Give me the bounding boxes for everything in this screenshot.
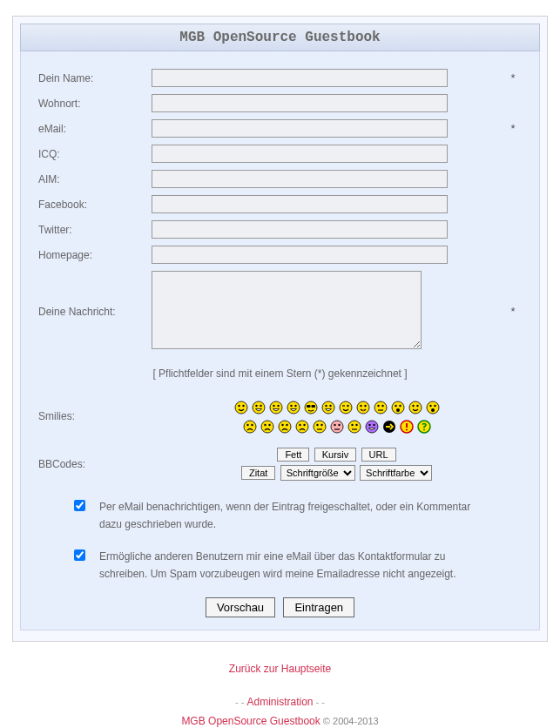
svg-point-63 xyxy=(366,421,378,433)
wohnort-input[interactable] xyxy=(152,94,448,112)
bbcode-zitat-button[interactable]: Zitat xyxy=(241,466,275,480)
message-textarea[interactable] xyxy=(152,271,422,349)
smiley-frown-icon[interactable] xyxy=(260,420,274,434)
svg-point-42 xyxy=(261,421,273,433)
svg-point-53 xyxy=(320,424,322,426)
label-icq: ICQ: xyxy=(38,148,152,160)
smiley-evil-icon[interactable] xyxy=(365,420,379,434)
svg-point-65 xyxy=(373,424,374,426)
notify-checkbox[interactable] xyxy=(74,500,85,511)
svg-point-46 xyxy=(281,424,283,426)
required-name: * xyxy=(504,71,522,84)
twitter-input[interactable] xyxy=(152,220,448,239)
bbcode-schriftgroesse-select[interactable]: Schriftgröße xyxy=(280,465,355,481)
svg-point-69 xyxy=(405,428,407,430)
svg-point-47 xyxy=(286,424,287,426)
svg-point-41 xyxy=(251,424,253,426)
smilies-row: Smilies: xyxy=(38,397,522,435)
svg-point-49 xyxy=(299,424,300,426)
smiley-arrow-icon[interactable] xyxy=(382,420,396,434)
smiley-question-icon[interactable] xyxy=(417,420,431,434)
svg-point-45 xyxy=(279,421,291,433)
smiley-cry-icon[interactable] xyxy=(278,420,292,434)
row-homepage: Homepage: xyxy=(38,246,522,264)
svg-point-6 xyxy=(270,401,282,414)
svg-point-3 xyxy=(253,401,265,414)
contact-row: Ermögliche anderen Benutzern mir eine eM… xyxy=(38,548,522,583)
svg-point-64 xyxy=(368,424,370,426)
smiley-embarrassed-icon[interactable] xyxy=(313,420,327,434)
svg-point-37 xyxy=(434,405,435,407)
smiley-sleep-icon[interactable] xyxy=(347,420,361,434)
bbcode-schriftfarbe-select[interactable]: Schriftfarbe xyxy=(360,465,432,481)
svg-point-2 xyxy=(242,405,244,407)
smilies-label: Smilies: xyxy=(38,410,152,422)
svg-point-33 xyxy=(412,405,414,407)
vorschau-button[interactable]: Vorschau xyxy=(206,597,275,617)
smiley-laugh-icon[interactable] xyxy=(287,401,300,415)
svg-point-34 xyxy=(416,405,418,407)
form: Dein Name: * Wohnort: eMail: * ICQ: AIM:… xyxy=(20,51,540,630)
back-link[interactable]: Zurück zur Hauptseite xyxy=(229,663,331,675)
row-facebook: Facebook: xyxy=(38,195,522,213)
svg-point-31 xyxy=(396,408,400,412)
bbcodes-row: BBCodes: Fett Kursiv URL Zitat Schriftgr… xyxy=(38,446,522,482)
smiley-biggrin-icon[interactable] xyxy=(269,401,283,415)
aim-input[interactable] xyxy=(152,170,448,188)
icq-input[interactable] xyxy=(152,145,448,163)
svg-point-50 xyxy=(303,424,305,426)
svg-point-44 xyxy=(268,424,270,426)
smiley-confused-icon[interactable] xyxy=(391,401,405,415)
svg-point-38 xyxy=(431,408,435,412)
svg-point-24 xyxy=(374,401,387,414)
label-name: Dein Name: xyxy=(38,72,152,84)
smiley-neutral-icon[interactable] xyxy=(374,401,388,415)
smiley-tongue-icon[interactable] xyxy=(356,401,370,415)
svg-point-51 xyxy=(314,421,326,433)
label-wohnort: Wohnort: xyxy=(38,98,152,110)
svg-point-0 xyxy=(235,401,247,414)
label-homepage: Homepage: xyxy=(38,249,152,261)
row-name: Dein Name: * xyxy=(38,69,522,87)
smiley-cool-icon[interactable] xyxy=(304,401,318,415)
svg-point-21 xyxy=(357,401,369,414)
copyright: MGB OpenSource Guestbook © 2004-2013 xyxy=(0,715,560,727)
bbcode-fett-button[interactable]: Fett xyxy=(277,448,309,462)
smiley-eek-icon[interactable] xyxy=(426,401,440,415)
bbcode-kursiv-button[interactable]: Kursiv xyxy=(314,448,357,462)
smiley-grin-icon[interactable] xyxy=(252,401,266,415)
svg-point-43 xyxy=(264,424,266,426)
admin-link[interactable]: Administration xyxy=(246,696,313,708)
svg-point-20 xyxy=(347,405,348,407)
notify-row: Per eMail benachrichtigen, wenn der Eint… xyxy=(38,498,522,534)
smiley-exclaim-icon[interactable] xyxy=(400,420,414,434)
smilies-grid xyxy=(152,397,522,435)
footer: Zurück zur Hauptseite - - Administration… xyxy=(0,663,560,728)
row-email: eMail: * xyxy=(38,119,522,138)
homepage-input[interactable] xyxy=(152,246,448,264)
eintragen-button[interactable]: Eintragen xyxy=(283,597,354,617)
svg-point-55 xyxy=(331,421,343,433)
row-twitter: Twitter: xyxy=(38,220,522,239)
contact-checkbox[interactable] xyxy=(74,549,85,561)
name-input[interactable] xyxy=(152,69,448,87)
page-container: MGB OpenSource Guestbook Dein Name: * Wo… xyxy=(12,16,548,642)
email-input[interactable] xyxy=(152,119,448,138)
smiley-lol-icon[interactable] xyxy=(321,401,335,415)
svg-point-11 xyxy=(294,405,296,407)
smiley-sad-icon[interactable] xyxy=(243,420,257,434)
facebook-input[interactable] xyxy=(152,195,448,213)
product-link[interactable]: MGB OpenSource Guestbook xyxy=(181,715,320,727)
bbcodes-label: BBCodes: xyxy=(38,458,152,470)
smiley-mad-icon[interactable] xyxy=(295,420,309,434)
smiley-rolleyes-icon[interactable] xyxy=(408,401,422,415)
svg-point-12 xyxy=(305,401,317,414)
svg-point-40 xyxy=(246,424,248,426)
contact-text: Ermögliche anderen Benutzern mir eine eM… xyxy=(99,548,513,583)
label-facebook: Facebook: xyxy=(38,199,152,211)
bbcode-url-button[interactable]: URL xyxy=(361,448,396,462)
svg-point-30 xyxy=(399,405,401,407)
smiley-smile-icon[interactable] xyxy=(234,401,248,415)
smiley-redface-icon[interactable] xyxy=(330,420,344,434)
smiley-wink-icon[interactable] xyxy=(339,401,353,415)
